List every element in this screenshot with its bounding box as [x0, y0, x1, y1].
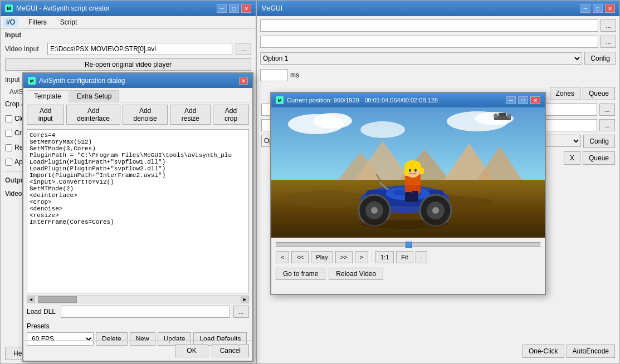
- zoom-out-btn[interactable]: -: [416, 251, 428, 263]
- load-dll-input[interactable]: [61, 306, 230, 318]
- video-player-dialog: M Current position: 960/1920 - 00:01:04.…: [270, 92, 546, 295]
- right-title-text: MeGUI: [261, 4, 282, 12]
- load-dll-browse-btn[interactable]: ...: [233, 306, 249, 318]
- checkbox-app-input[interactable]: [5, 159, 12, 166]
- checkbox-res-input[interactable]: [5, 144, 12, 151]
- scrollbar-right-arrow[interactable]: ►: [241, 296, 248, 303]
- menu-script[interactable]: Script: [57, 17, 81, 27]
- controls-separator: [372, 252, 372, 263]
- svg-rect-32: [404, 168, 409, 176]
- add-denoise-btn[interactable]: Add denoise: [123, 105, 168, 125]
- svg-point-25: [432, 207, 439, 214]
- reopen-video-btn[interactable]: Re-open original video player: [5, 58, 251, 71]
- scrubber-track[interactable]: [276, 242, 540, 247]
- config-btn-2[interactable]: Config: [583, 135, 615, 148]
- go-to-frame-btn[interactable]: Go to frame: [276, 268, 325, 280]
- scrubber-thumb[interactable]: [406, 242, 412, 248]
- rp-num-input[interactable]: [260, 69, 288, 81]
- avisynth-dialog-icon: M: [28, 77, 36, 85]
- right-title-bar: MeGUI ─ □ ✕: [257, 1, 619, 16]
- video-dialog-title: Current position: 960/1920 - 00:01:04.06…: [287, 97, 438, 104]
- svg-point-12: [282, 191, 372, 208]
- dialog-action-buttons: Add input Add deinterlace Add denoise Ad…: [23, 102, 252, 127]
- presets-label: Presets: [27, 322, 249, 330]
- video-input-row: Video Input ...: [1, 41, 256, 57]
- forward-to-end-btn[interactable]: >: [355, 251, 368, 263]
- forward-btn[interactable]: >>: [335, 251, 353, 263]
- right-minimize-btn[interactable]: ─: [580, 4, 590, 13]
- video-input-label: Video Input: [5, 45, 44, 53]
- avisynth-config-dialog: M AviSynth configuration dialog ✕ Templa…: [22, 72, 253, 362]
- svg-rect-33: [420, 168, 424, 174]
- svg-point-3: [360, 121, 405, 138]
- video-close-btn[interactable]: ✕: [530, 96, 540, 104]
- rp-browse-2[interactable]: ...: [601, 36, 616, 48]
- close-button[interactable]: ✕: [241, 4, 251, 13]
- config-btn-1[interactable]: Config: [584, 52, 616, 65]
- svg-rect-17: [499, 113, 506, 116]
- video-title-bar: M Current position: 960/1920 - 00:01:04.…: [271, 93, 545, 107]
- queue-btn-2[interactable]: Queue: [583, 151, 615, 165]
- scrollbar-left-arrow[interactable]: ◄: [27, 296, 35, 303]
- right-maximize-btn[interactable]: □: [593, 4, 603, 13]
- app-icon: M: [5, 4, 13, 12]
- video-bottom-controls: Go to frame Reload Video: [271, 265, 545, 282]
- dialog-bottom-buttons: OK Cancel: [23, 340, 252, 361]
- rewind-fast-btn[interactable]: <<: [291, 251, 309, 263]
- tab-extra-setup[interactable]: Extra Setup: [70, 90, 119, 102]
- script-textarea[interactable]: Cores=4 SetMemoryMax(512) SetMTMode(3,Co…: [27, 130, 248, 293]
- input-label: Input: [5, 76, 20, 83]
- ok-btn[interactable]: OK: [175, 344, 208, 357]
- video-minimize-btn[interactable]: ─: [506, 96, 516, 104]
- rp-select-1[interactable]: Option 1: [260, 52, 582, 65]
- right-close-btn[interactable]: ✕: [605, 4, 615, 13]
- add-input-btn[interactable]: Add input: [27, 105, 64, 125]
- minimize-button[interactable]: ─: [217, 4, 227, 13]
- video-maximize-btn[interactable]: □: [518, 96, 528, 104]
- svg-rect-36: [412, 191, 418, 202]
- svg-point-2: [313, 113, 352, 129]
- rp-browse-3[interactable]: ...: [599, 104, 615, 116]
- video-canvas: [271, 107, 545, 238]
- video-dialog-icon: M: [276, 96, 284, 104]
- rp-input-1[interactable]: [260, 19, 598, 32]
- reload-video-btn[interactable]: Reload Video: [329, 268, 383, 280]
- menu-io[interactable]: I/O: [3, 17, 18, 27]
- menu-bar: I/O Filters Script: [1, 16, 256, 29]
- video-frame: [271, 107, 545, 238]
- ratio-1-1-btn[interactable]: 1:1: [375, 251, 394, 263]
- checkbox-cro-input[interactable]: [5, 130, 12, 137]
- video-scrubber-container: [271, 238, 545, 249]
- scrollbar-h-thumb[interactable]: [38, 296, 77, 303]
- svg-point-22: [371, 207, 378, 214]
- maximize-button[interactable]: □: [229, 4, 239, 13]
- rp-browse-1[interactable]: ...: [601, 19, 616, 32]
- cancel-btn[interactable]: Cancel: [212, 344, 249, 357]
- video-input-browse-btn[interactable]: ...: [236, 43, 251, 55]
- dialog-tabs: Template Extra Setup: [23, 88, 252, 102]
- checkbox-cle-input[interactable]: [5, 115, 12, 122]
- menu-filters[interactable]: Filters: [25, 17, 50, 27]
- add-resize-btn[interactable]: Add resize: [170, 105, 211, 125]
- x-btn[interactable]: X: [564, 151, 580, 165]
- tab-template[interactable]: Template: [27, 90, 69, 102]
- svg-point-16: [507, 114, 511, 118]
- avisynth-dialog-close-btn[interactable]: ✕: [239, 77, 248, 85]
- rp-input-2[interactable]: [260, 36, 598, 48]
- video-input-field[interactable]: [47, 43, 232, 55]
- input-section-label: Input: [1, 29, 256, 41]
- rewind-to-start-btn[interactable]: <: [276, 251, 289, 263]
- auto-encode-btn[interactable]: AutoEncode: [567, 345, 615, 358]
- rp-browse-4[interactable]: ...: [599, 119, 615, 131]
- video-controls: < << Play >> > 1:1 Fit -: [271, 249, 545, 265]
- one-click-btn[interactable]: One-Click: [523, 345, 564, 358]
- add-deinterlace-btn[interactable]: Add deinterlace: [66, 105, 120, 125]
- fit-btn[interactable]: Fit: [396, 251, 413, 263]
- ms-label: ms: [290, 71, 299, 79]
- main-window-title: MeGUI - AviSynth script creator: [16, 4, 110, 12]
- zones-btn[interactable]: Zones: [550, 87, 580, 100]
- queue-btn-1[interactable]: Queue: [583, 87, 615, 100]
- add-crop-btn[interactable]: Add crop: [213, 105, 249, 125]
- avisynth-dialog-title-bar: M AviSynth configuration dialog ✕: [23, 73, 252, 88]
- play-btn[interactable]: Play: [311, 251, 333, 263]
